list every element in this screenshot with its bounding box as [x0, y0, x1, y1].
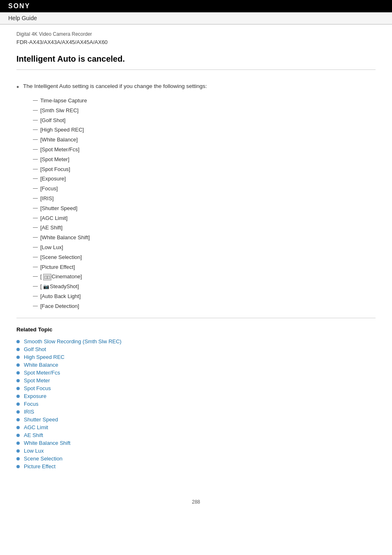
- related-list-item: Golf Shot: [16, 345, 376, 353]
- related-list-item: White Balance: [16, 361, 376, 369]
- list-item: [White Balance Shift]: [33, 233, 376, 243]
- list-item: [Scene Selection]: [33, 252, 376, 262]
- related-bullet: [16, 371, 20, 375]
- related-link-spot-meter-fcs[interactable]: Spot Meter/Fcs: [24, 370, 60, 376]
- related-link-spot-meter[interactable]: Spot Meter: [24, 377, 50, 384]
- list-item: Time-lapse Capture: [33, 96, 376, 106]
- related-link-ae-shift[interactable]: AE Shift: [24, 432, 43, 438]
- related-list-item: Shutter Speed: [16, 416, 376, 423]
- list-item: [Spot Focus]: [33, 164, 376, 174]
- product-info: Digital 4K Video Camera Recorder FDR-AX4…: [0, 25, 392, 50]
- intro-bullet: • The Intelligent Auto setting is cancel…: [16, 83, 376, 92]
- related-bullet: [16, 426, 20, 429]
- related-bullet: [16, 449, 20, 453]
- related-list-item: High Speed REC: [16, 353, 376, 361]
- page-number: 288: [0, 491, 392, 509]
- related-bullet: [16, 442, 20, 445]
- related-link-smooth-slow[interactable]: Smooth Slow Recording (Smth Slw REC): [24, 338, 122, 345]
- related-list-item: Picture Effect: [16, 462, 376, 470]
- list-item: [Shutter Speed]: [33, 204, 376, 213]
- related-link-low-lux[interactable]: Low Lux: [24, 448, 44, 454]
- list-item: [AGC Limit]: [33, 213, 376, 223]
- related-bullet: [16, 379, 20, 382]
- list-item: [AE Shift]: [33, 223, 376, 233]
- related-link-scene-selection[interactable]: Scene Selection: [24, 456, 62, 462]
- list-item: [Golf Shot]: [33, 116, 376, 125]
- list-item: [Face Detection]: [33, 301, 376, 311]
- cinematone-icon: □□: [43, 274, 51, 280]
- related-topic-title: Related Topic: [16, 326, 376, 333]
- list-item: [IRIS]: [33, 194, 376, 204]
- main-content: Intelligent Auto is canceled. • The Inte…: [0, 50, 392, 491]
- related-bullet: [16, 410, 20, 414]
- brand-logo: SONY: [0, 0, 392, 12]
- related-list-item: AE Shift: [16, 431, 376, 439]
- related-link-wb-shift[interactable]: White Balance Shift: [24, 440, 70, 446]
- intro-text: The Intelligent Auto setting is canceled…: [23, 83, 207, 89]
- related-bullet: [16, 418, 20, 421]
- list-item: [Smth Slw REC]: [33, 106, 376, 116]
- related-list-item: Low Lux: [16, 447, 376, 455]
- related-bullet: [16, 465, 20, 468]
- related-link-shutter-speed[interactable]: Shutter Speed: [24, 416, 58, 423]
- related-list-item: Exposure: [16, 392, 376, 400]
- related-bullet: [16, 402, 20, 406]
- related-bullet: [16, 387, 20, 390]
- related-link-spot-focus[interactable]: Spot Focus: [24, 385, 51, 391]
- related-list-item: Scene Selection: [16, 455, 376, 462]
- list-item: [High Speed REC]: [33, 125, 376, 135]
- related-list-item: Spot Focus: [16, 384, 376, 392]
- related-bullet: [16, 348, 20, 351]
- related-link-high-speed[interactable]: High Speed REC: [24, 354, 65, 360]
- settings-list: Time-lapse Capture [Smth Slw REC] [Golf …: [33, 96, 376, 312]
- help-guide-label: Help Guide: [0, 12, 392, 24]
- related-list-item: AGC Limit: [16, 423, 376, 431]
- list-item: [Low Lux]: [33, 243, 376, 253]
- related-list: Smooth Slow Recording (Smth Slw REC) Gol…: [16, 338, 376, 470]
- product-model: FDR-AX43/AX43A/AX45/AX45A/AX60: [16, 38, 376, 47]
- related-list-item: White Balance Shift: [16, 439, 376, 447]
- list-item-steadyshot: [ 📷SteadyShot]: [33, 282, 376, 292]
- list-item: [Spot Meter/Fcs]: [33, 145, 376, 155]
- related-link-white-balance[interactable]: White Balance: [24, 362, 58, 368]
- related-link-exposure[interactable]: Exposure: [24, 393, 46, 399]
- related-section: Related Topic Smooth Slow Recording (Smt…: [16, 318, 376, 479]
- list-item: [Exposure]: [33, 174, 376, 184]
- related-link-focus[interactable]: Focus: [24, 401, 38, 407]
- related-list-item: Spot Meter/Fcs: [16, 369, 376, 377]
- list-item: [Focus]: [33, 184, 376, 194]
- related-link-iris[interactable]: IRIS: [24, 409, 34, 415]
- related-bullet: [16, 434, 20, 437]
- body-section: • The Intelligent Auto setting is cancel…: [16, 76, 376, 318]
- header: SONY Help Guide: [0, 0, 392, 25]
- related-bullet: [16, 395, 20, 398]
- related-link-picture-effect[interactable]: Picture Effect: [24, 463, 55, 469]
- related-bullet: [16, 340, 20, 343]
- page-title: Intelligent Auto is canceled.: [16, 54, 376, 70]
- related-bullet: [16, 356, 20, 359]
- steadyshot-icon: 📷: [43, 283, 49, 291]
- list-item: [White Balance]: [33, 135, 376, 145]
- related-list-item: Focus: [16, 400, 376, 408]
- related-list-item: IRIS: [16, 408, 376, 416]
- product-type: Digital 4K Video Camera Recorder: [16, 30, 376, 38]
- related-bullet: [16, 363, 20, 367]
- related-list-item: Smooth Slow Recording (Smth Slw REC): [16, 338, 376, 345]
- related-list-item: Spot Meter: [16, 377, 376, 384]
- related-link-agc-limit[interactable]: AGC Limit: [24, 424, 48, 430]
- list-item: [Auto Back Light]: [33, 292, 376, 302]
- related-bullet: [16, 457, 20, 460]
- list-item: [Spot Meter]: [33, 155, 376, 164]
- list-item-cinematone: [ □□Cinematone]: [33, 272, 376, 282]
- related-link-golf-shot[interactable]: Golf Shot: [24, 346, 46, 352]
- list-item: [Picture Effect]: [33, 262, 376, 272]
- bullet-dot: •: [16, 83, 19, 92]
